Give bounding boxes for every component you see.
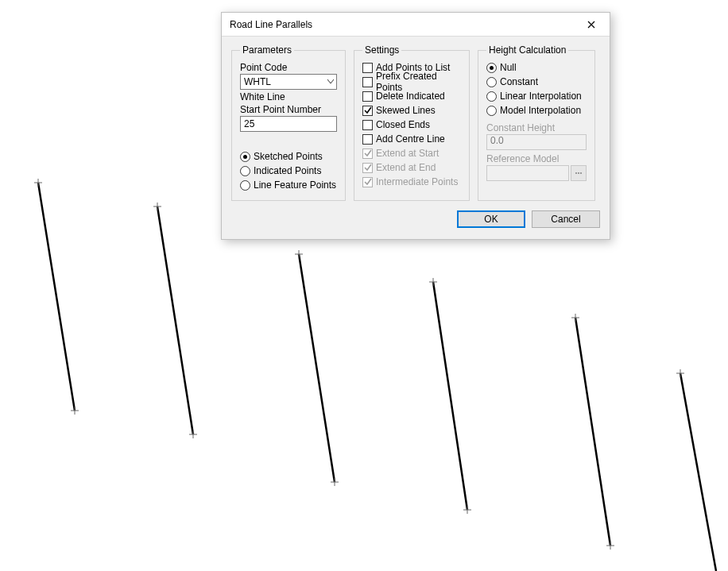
parameters-legend: Parameters: [240, 44, 294, 56]
checkbox-icon: [362, 63, 373, 73]
checkbox-label: Extend at Start: [376, 148, 439, 159]
svg-line-5: [680, 373, 716, 571]
radio-icon: [486, 77, 497, 87]
checkbox-icon: [362, 177, 373, 187]
radio-label: Model Interpolation: [500, 105, 581, 116]
chevron-down-icon: [327, 79, 334, 84]
radio-model-interpolation[interactable]: Model Interpolation: [486, 103, 587, 118]
radio-label: Line Feature Points: [254, 179, 336, 191]
height-calculation-group: Height Calculation NullConstantLinear In…: [478, 44, 595, 201]
point-code-desc: White Line: [240, 91, 337, 102]
reference-model-browse-button: [571, 165, 587, 181]
checkbox-extend-at-start: Extend at Start: [362, 146, 461, 160]
checkbox-label: Closed Ends: [376, 119, 430, 130]
height-legend: Height Calculation: [486, 44, 568, 56]
radio-label: Sketched Points: [254, 151, 323, 162]
start-point-input[interactable]: [240, 116, 337, 132]
checkbox-label: Prefix Created Points: [376, 71, 461, 93]
point-code-label: Point Code: [240, 62, 337, 73]
checkbox-closed-ends[interactable]: Closed Ends: [362, 118, 461, 132]
checkbox-label: Intermediate Points: [376, 176, 458, 187]
svg-line-1: [157, 206, 193, 434]
checkbox-icon: [362, 77, 373, 87]
checkbox-intermediate-points: Intermediate Points: [362, 175, 461, 189]
checkbox-extend-at-end: Extend at End: [362, 160, 461, 175]
reference-model-label: Reference Model: [486, 153, 587, 164]
titlebar: Road Line Parallels: [222, 13, 610, 37]
ellipsis-icon: [575, 172, 582, 174]
dialog-title: Road Line Parallels: [230, 19, 312, 30]
checkbox-prefix-created-points[interactable]: Prefix Created Points: [362, 75, 461, 89]
checkbox-label: Skewed Lines: [376, 105, 436, 116]
checkbox-add-centre-line[interactable]: Add Centre Line: [362, 132, 461, 146]
radio-icon: [240, 180, 250, 191]
checkbox-icon: [362, 106, 373, 116]
close-icon[interactable]: [579, 13, 603, 37]
settings-legend: Settings: [362, 44, 401, 56]
checkbox-label: Delete Indicated: [376, 91, 445, 102]
svg-line-3: [433, 282, 467, 510]
checkbox-skewed-lines[interactable]: Skewed Lines: [362, 103, 461, 118]
checkbox-icon: [362, 120, 373, 130]
road-line-parallels-dialog: Road Line Parallels Parameters Point Cod…: [221, 12, 610, 240]
start-point-label: Start Point Number: [240, 104, 337, 115]
radio-label: Constant: [500, 76, 538, 87]
checkbox-icon: [362, 149, 373, 159]
radio-icon: [486, 91, 497, 102]
radio-sketched-points[interactable]: Sketched Points: [240, 149, 337, 164]
point-code-value: WHTL: [244, 76, 271, 87]
svg-line-2: [299, 254, 335, 482]
constant-height-input: 0.0: [486, 134, 587, 150]
ok-button[interactable]: OK: [457, 210, 525, 228]
radio-null[interactable]: Null: [486, 60, 587, 75]
cancel-button[interactable]: Cancel: [532, 210, 600, 228]
radio-constant[interactable]: Constant: [486, 75, 587, 89]
constant-height-label: Constant Height: [486, 122, 587, 133]
checkbox-icon: [362, 163, 373, 173]
reference-model-input: [486, 165, 569, 181]
radio-label: Null: [500, 62, 517, 73]
checkbox-label: Add Centre Line: [376, 133, 445, 145]
radio-icon: [240, 166, 250, 176]
settings-group: Settings Add Points to ListPrefix Create…: [354, 44, 470, 201]
radio-label: Linear Interpolation: [500, 91, 582, 102]
radio-icon: [486, 63, 497, 73]
radio-label: Indicated Points: [254, 165, 321, 176]
radio-icon: [240, 152, 250, 162]
radio-line-feature-points[interactable]: Line Feature Points: [240, 178, 337, 192]
radio-linear-interpolation[interactable]: Linear Interpolation: [486, 89, 587, 103]
checkbox-icon: [362, 91, 373, 102]
point-code-select[interactable]: WHTL: [240, 74, 337, 90]
checkbox-label: Extend at End: [376, 162, 436, 173]
radio-icon: [486, 106, 497, 116]
svg-line-4: [575, 318, 610, 546]
radio-indicated-points[interactable]: Indicated Points: [240, 164, 337, 178]
parameters-group: Parameters Point Code WHTL White Line St…: [231, 44, 346, 201]
checkbox-icon: [362, 134, 373, 145]
svg-line-0: [38, 183, 75, 411]
